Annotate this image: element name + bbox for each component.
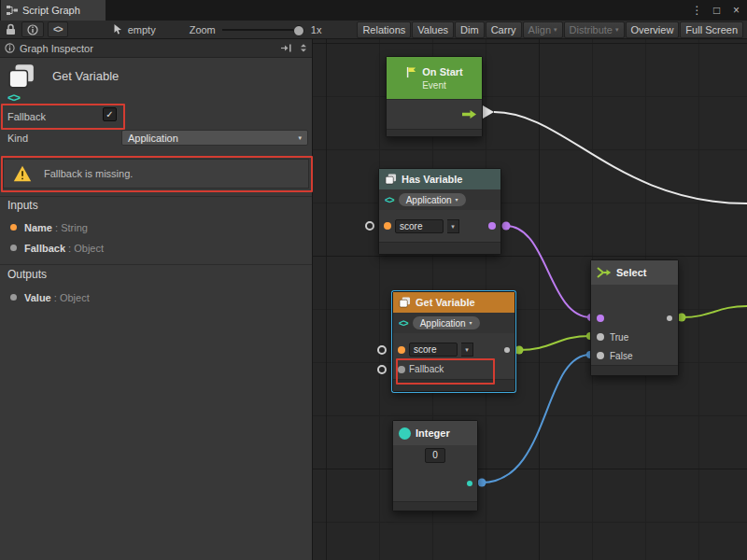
- graph-toolbar: <> empty Zoom 1x Relations Values Dim Ca…: [0, 21, 747, 39]
- node-kind-row: <> Application ▾: [393, 313, 514, 333]
- kind-pill-value: Application: [406, 195, 452, 205]
- lock-button[interactable]: [4, 23, 18, 35]
- window-controls: ⋮ □ ×: [690, 0, 743, 21]
- outputs-section-header: Outputs: [7, 268, 47, 281]
- node-footer: [387, 129, 482, 136]
- name-port-dot[interactable]: [398, 346, 405, 354]
- variable-name-field[interactable]: score: [409, 343, 458, 357]
- inspected-node-title: Get Variable: [52, 69, 119, 83]
- chevron-down-icon: ▾: [470, 320, 472, 326]
- relations-button[interactable]: Relations: [357, 21, 411, 38]
- node-get-variable[interactable]: Get Variable <> Application ▾ score ▾: [392, 291, 515, 392]
- name-port-dot[interactable]: [384, 222, 391, 230]
- integer-output-dot[interactable]: [467, 481, 472, 486]
- tab-script-graph[interactable]: Script Graph: [1, 0, 106, 21]
- maximize-icon[interactable]: □: [710, 4, 724, 17]
- inspect-toggle-button[interactable]: [21, 21, 44, 37]
- node-title: On Start: [422, 66, 462, 77]
- chevron-down-icon: ▾: [451, 223, 455, 230]
- title-bar: Script Graph ⋮ □ ×: [0, 0, 747, 21]
- selection-port-dot[interactable]: [667, 315, 672, 321]
- close-icon[interactable]: ×: [729, 4, 743, 17]
- variable-name-dropdown[interactable]: ▾: [461, 343, 473, 357]
- onstart-trigger-port[interactable]: [483, 105, 494, 119]
- distribute-dropdown-button[interactable]: Distribute▾: [564, 21, 625, 38]
- window-menu-icon[interactable]: ⋮: [690, 4, 704, 17]
- object-port-dot: [10, 245, 17, 251]
- node-footer: [393, 379, 514, 391]
- true-port-dot[interactable]: [597, 333, 604, 341]
- node-header: Select: [591, 260, 678, 285]
- dim-button[interactable]: Dim: [455, 21, 485, 38]
- node-title: Select: [616, 267, 646, 278]
- getvariable-value-port[interactable]: [515, 346, 524, 355]
- fullscreen-button[interactable]: Full Screen: [680, 21, 743, 38]
- code-view-button[interactable]: <>: [48, 21, 68, 37]
- port-separator: :: [51, 292, 60, 303]
- carry-button[interactable]: Carry: [486, 21, 522, 38]
- node-integer[interactable]: Integer 0: [392, 420, 478, 511]
- kind-pill-dropdown[interactable]: Application ▾: [413, 316, 480, 329]
- fallback-port-dot[interactable]: [398, 366, 405, 373]
- input-port-row: Fallback : Object: [10, 239, 104, 256]
- variable-name-dropdown[interactable]: ▾: [447, 219, 459, 233]
- node-port-row: score ▾: [379, 210, 500, 242]
- false-port-dot[interactable]: [597, 352, 604, 359]
- node-footer: [591, 365, 678, 375]
- fallback-checkbox[interactable]: ✓: [103, 107, 117, 121]
- wire-onstart-out[interactable]: [494, 112, 747, 203]
- node-footer: [379, 242, 500, 254]
- expander-arrows-icon[interactable]: [300, 43, 307, 53]
- integer-output-port[interactable]: [478, 479, 486, 487]
- unity-script-graph-window: Script Graph ⋮ □ × <>: [0, 0, 747, 560]
- kind-dropdown[interactable]: Application ▾: [121, 130, 308, 146]
- lock-icon: [6, 23, 16, 35]
- zoom-control: Zoom 1x: [190, 24, 322, 35]
- hasvariable-output-port[interactable]: [502, 222, 511, 231]
- node-port-row: [591, 309, 678, 328]
- result-port-dot[interactable]: [488, 222, 496, 230]
- node-port-row: False: [591, 346, 678, 365]
- hasvariable-name-input-ring[interactable]: [366, 222, 374, 230]
- variables-stack-icon: [7, 63, 35, 90]
- zoom-slider[interactable]: [222, 24, 304, 35]
- port-name: Value: [24, 292, 51, 303]
- tab-label: Script Graph: [22, 5, 80, 16]
- divider: [0, 264, 312, 265]
- node-port-rows: score ▾ Fallback: [393, 333, 514, 379]
- wire-getvariable-to-select-true[interactable]: [519, 336, 590, 350]
- variable-name-field[interactable]: score: [395, 219, 444, 233]
- zoom-label: Zoom: [190, 24, 216, 35]
- variables-stack-icon: [385, 174, 397, 185]
- variable-node-icon: <>: [7, 63, 45, 105]
- node-body: [393, 466, 477, 501]
- getvariable-fallback-input-ring[interactable]: [378, 366, 386, 373]
- script-graph-icon: [7, 5, 18, 16]
- node-select[interactable]: Select True False: [590, 259, 679, 376]
- string-port-dot: [10, 224, 17, 231]
- node-header: On Start Event: [387, 57, 482, 99]
- wire-hasvariable-to-select[interactable]: [506, 226, 591, 317]
- graph-canvas[interactable]: On Start Event Has Variable <>: [313, 39, 747, 560]
- code-icon: <>: [53, 24, 63, 35]
- dock-right-icon[interactable]: [281, 44, 291, 52]
- zoom-slider-handle[interactable]: [293, 25, 304, 36]
- code-icon: <>: [385, 195, 394, 205]
- node-has-variable[interactable]: Has Variable <> Application ▾ score ▾: [378, 168, 501, 255]
- toolbar-buttons: Relations Values Dim Carry Align▾ Distri…: [357, 21, 743, 38]
- wire-select-out[interactable]: [682, 306, 747, 317]
- warning-message-box: Fallback is missing.: [3, 159, 309, 189]
- values-button[interactable]: Values: [412, 21, 454, 38]
- getvariable-name-input-ring[interactable]: [378, 346, 386, 354]
- condition-port-dot[interactable]: [597, 315, 604, 322]
- kind-pill-dropdown[interactable]: Application ▾: [399, 193, 466, 206]
- kind-pill-value: Application: [420, 318, 466, 329]
- info-icon: [5, 43, 15, 53]
- value-port-dot[interactable]: [504, 347, 510, 353]
- integer-value-field[interactable]: 0: [425, 448, 445, 463]
- align-dropdown-button[interactable]: Align▾: [523, 21, 563, 38]
- overview-button[interactable]: Overview: [626, 21, 680, 38]
- port-type: Object: [74, 243, 104, 254]
- kind-field-label: Kind: [7, 133, 28, 144]
- node-on-start[interactable]: On Start Event: [386, 56, 483, 137]
